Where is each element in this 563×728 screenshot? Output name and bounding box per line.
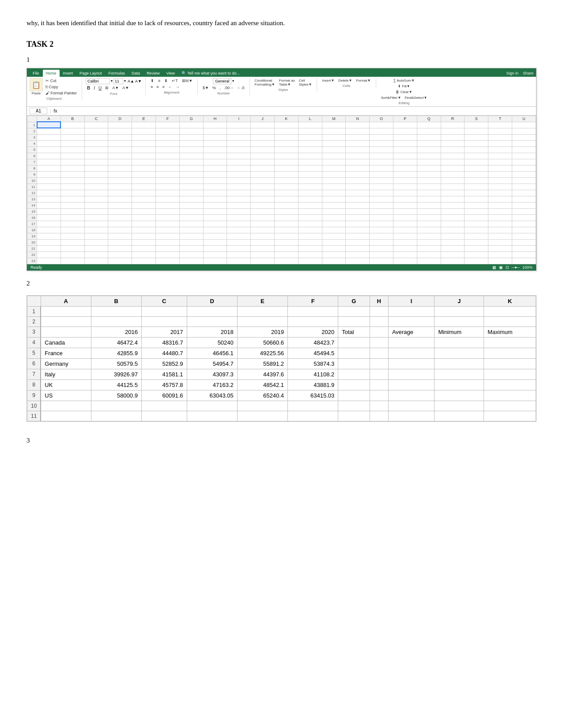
ss-cell-r5-c14[interactable] (370, 146, 393, 153)
bold-button[interactable]: B (86, 85, 91, 91)
ss-cell-r15-c5[interactable] (155, 208, 179, 214)
ss-cell-r3-c5[interactable] (155, 134, 179, 140)
ss-cell-r11-c20[interactable] (512, 184, 536, 190)
align-bottom-button[interactable]: ⬇ (163, 78, 169, 83)
ss-cell-r1-c15[interactable] (393, 122, 417, 128)
ss-cell-r12-c1[interactable] (60, 190, 84, 196)
data-cell-r1-c3[interactable] (187, 306, 237, 316)
ss-cell-r22-c13[interactable] (346, 251, 370, 258)
data-cell-r3-c8[interactable]: Average (388, 326, 435, 337)
ss-cell-r3-c7[interactable] (203, 134, 227, 140)
ss-cell-r10-c14[interactable] (370, 177, 393, 184)
ss-cell-r12-c7[interactable] (203, 190, 227, 196)
ss-cell-r5-c13[interactable] (346, 146, 370, 153)
ss-cell-r4-c15[interactable] (393, 140, 417, 146)
ss-cell-r14-c16[interactable] (417, 202, 441, 208)
data-cell-r10-c6[interactable] (338, 401, 370, 411)
underline-button[interactable]: U (97, 85, 103, 91)
ss-cell-r10-c7[interactable] (203, 177, 227, 184)
ss-cell-r9-c14[interactable] (370, 171, 393, 177)
ss-cell-r15-c14[interactable] (370, 208, 393, 214)
ss-cell-r10-c11[interactable] (298, 177, 322, 184)
ss-cell-r23-c16[interactable] (417, 258, 441, 264)
ss-cell-r22-c9[interactable] (251, 251, 275, 258)
ss-cell-r7-c3[interactable] (108, 159, 132, 165)
data-cell-r6-c9[interactable] (435, 358, 484, 369)
tab-tell-me[interactable]: 🔍 Tell me what you want to do... (178, 70, 243, 77)
ss-cell-r12-c19[interactable] (488, 190, 512, 196)
ss-cell-r15-c16[interactable] (417, 208, 441, 214)
data-cell-r6-c6[interactable] (338, 358, 370, 369)
data-cell-r6-c10[interactable] (484, 358, 536, 369)
data-cell-r8-c4[interactable]: 48542.1 (237, 379, 287, 390)
ss-cell-r22-c6[interactable] (179, 251, 203, 258)
ss-cell-r16-c4[interactable] (132, 214, 156, 221)
ss-cell-r21-c4[interactable] (132, 245, 156, 251)
ss-cell-r7-c13[interactable] (346, 159, 370, 165)
ss-cell-r4-c8[interactable] (227, 140, 251, 146)
data-cell-r3-c4[interactable]: 2019 (237, 326, 287, 337)
ss-cell-r2-c3[interactable] (108, 128, 132, 134)
tab-data[interactable]: Data (128, 70, 143, 77)
ss-cell-r3-c16[interactable] (417, 134, 441, 140)
border-button[interactable]: ⊞ (104, 85, 110, 90)
ss-cell-r21-c19[interactable] (488, 245, 512, 251)
ss-cell-r8-c18[interactable] (465, 165, 488, 171)
ss-cell-r4-c19[interactable] (488, 140, 512, 146)
ss-cell-r13-c17[interactable] (441, 196, 465, 202)
ss-cell-r8-c14[interactable] (370, 165, 393, 171)
ss-cell-r6-c18[interactable] (465, 153, 488, 159)
ss-cell-r20-c15[interactable] (393, 239, 417, 245)
ss-cell-r10-c2[interactable] (84, 177, 108, 184)
ss-cell-r17-c9[interactable] (251, 221, 275, 227)
ss-cell-r3-c6[interactable] (179, 134, 203, 140)
font-size-input[interactable] (113, 78, 123, 84)
ss-cell-r22-c5[interactable] (155, 251, 179, 258)
ss-cell-r11-c18[interactable] (465, 184, 488, 190)
ss-cell-r20-c7[interactable] (203, 239, 227, 245)
ss-cell-r2-c20[interactable] (512, 128, 536, 134)
ss-cell-r1-c18[interactable] (465, 122, 488, 128)
ss-cell-r18-c16[interactable] (417, 227, 441, 233)
ss-cell-r2-c4[interactable] (132, 128, 156, 134)
ss-cell-r4-c4[interactable] (132, 140, 156, 146)
ss-cell-r20-c13[interactable] (346, 239, 370, 245)
ss-cell-r13-c10[interactable] (274, 196, 298, 202)
ss-cell-r3-c20[interactable] (512, 134, 536, 140)
ss-cell-r4-c17[interactable] (441, 140, 465, 146)
ss-cell-r11-c7[interactable] (203, 184, 227, 190)
ss-cell-r8-c10[interactable] (274, 165, 298, 171)
ss-cell-r7-c9[interactable] (251, 159, 275, 165)
ss-cell-r15-c11[interactable] (298, 208, 322, 214)
ss-cell-r21-c11[interactable] (298, 245, 322, 251)
ss-cell-r2-c15[interactable] (393, 128, 417, 134)
data-cell-r11-c0[interactable] (41, 411, 91, 421)
ss-cell-r17-c0[interactable] (37, 221, 61, 227)
ss-cell-r13-c20[interactable] (512, 196, 536, 202)
ss-cell-r19-c13[interactable] (346, 233, 370, 239)
ss-cell-r18-c15[interactable] (393, 227, 417, 233)
ss-cell-r5-c19[interactable] (488, 146, 512, 153)
ss-cell-r18-c13[interactable] (346, 227, 370, 233)
data-cell-r8-c1[interactable]: 44125.5 (91, 379, 141, 390)
ss-cell-r20-c11[interactable] (298, 239, 322, 245)
ss-cell-r15-c2[interactable] (84, 208, 108, 214)
ss-cell-r16-c5[interactable] (155, 214, 179, 221)
ss-cell-r6-c14[interactable] (370, 153, 393, 159)
data-cell-r11-c10[interactable] (484, 411, 536, 421)
ss-cell-r3-c15[interactable] (393, 134, 417, 140)
data-cell-r9-c8[interactable] (388, 390, 435, 401)
ss-cell-r6-c1[interactable] (60, 153, 84, 159)
ss-cell-r22-c18[interactable] (465, 251, 488, 258)
ss-cell-r5-c2[interactable] (84, 146, 108, 153)
ss-cell-r16-c18[interactable] (465, 214, 488, 221)
data-cell-r9-c2[interactable]: 60091.6 (141, 390, 187, 401)
data-cell-r7-c4[interactable]: 44397.6 (237, 369, 287, 379)
ss-cell-r7-c20[interactable] (512, 159, 536, 165)
increase-decimal-button[interactable]: .00→ (223, 85, 235, 90)
ss-cell-r16-c0[interactable] (37, 214, 61, 221)
ss-cell-r3-c0[interactable] (37, 134, 61, 140)
ss-cell-r20-c14[interactable] (370, 239, 393, 245)
data-cell-r6-c1[interactable]: 50579.5 (91, 358, 141, 369)
decrease-font-icon[interactable]: A▼ (135, 79, 142, 83)
